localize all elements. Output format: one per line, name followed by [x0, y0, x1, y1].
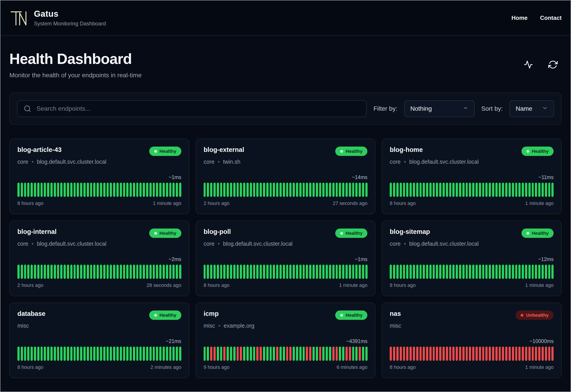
history-bar — [336, 265, 338, 279]
activity-icon[interactable] — [524, 60, 533, 69]
endpoint-card[interactable]: blog-home Healthy core • blog.default.sv… — [382, 139, 562, 214]
history-bar — [246, 347, 249, 361]
endpoint-card[interactable]: database Healthy misc • ~21ms 8 hours ag… — [9, 302, 189, 378]
history-bar — [439, 347, 441, 361]
history-bar — [64, 347, 66, 361]
brand-text: Gatus System Monitoring Dashboard — [34, 9, 106, 27]
history-bar — [336, 183, 338, 197]
nav-link-home[interactable]: Home — [511, 14, 527, 21]
app-tagline: System Monitoring Dashboard — [34, 20, 106, 27]
history-bar — [67, 183, 69, 197]
history-bar — [37, 265, 40, 279]
status-badge: Healthy — [149, 147, 181, 156]
history-bar — [525, 347, 527, 361]
history-bar — [359, 183, 361, 197]
history-bar — [280, 183, 282, 197]
history-bar — [139, 265, 142, 279]
history-bar — [123, 265, 125, 279]
history-bar — [342, 183, 344, 197]
endpoint-card[interactable]: nas Unhealthy misc • ~10000ms 8 hours ag… — [382, 302, 562, 378]
endpoint-card[interactable]: blog-poll Healthy core • blog.default.sv… — [195, 221, 376, 296]
history-bar — [420, 183, 422, 197]
history-bar — [133, 183, 135, 197]
status-label: Unhealthy — [526, 312, 549, 318]
history-bar — [163, 265, 165, 279]
history-bar — [499, 265, 501, 279]
history-bar — [60, 347, 62, 361]
endpoint-card[interactable]: blog-external Healthy core • twin.sh ~14… — [195, 139, 376, 214]
history-bar — [499, 347, 501, 361]
time-range-end: 2 minutes ago — [150, 364, 181, 370]
nav-link-contact[interactable]: Contact — [540, 14, 562, 21]
history-bar — [352, 265, 354, 279]
history-bar — [41, 265, 43, 279]
latency-label: ~4391ms — [204, 338, 368, 344]
gatus-logo-icon — [9, 9, 28, 27]
history-bar — [217, 265, 219, 279]
latency-label: ~1ms — [17, 174, 181, 181]
history-bar — [393, 265, 395, 279]
history-bar — [83, 265, 86, 279]
history-bar — [289, 347, 291, 361]
filter-select[interactable]: Nothing — [404, 100, 475, 117]
history-bar — [133, 265, 135, 279]
history-bar — [263, 347, 265, 361]
status-badge: Healthy — [522, 147, 554, 156]
endpoint-card[interactable]: blog-article-43 Healthy core • blog.defa… — [9, 139, 189, 214]
meta-separator: • — [404, 240, 406, 247]
uptime-history — [204, 265, 368, 279]
history-bar — [522, 347, 524, 361]
status-badge: Healthy — [335, 310, 367, 320]
history-bar — [103, 183, 105, 197]
history-bar — [120, 183, 122, 197]
endpoint-group: core — [390, 240, 401, 247]
page-title: Health Dashboard — [9, 50, 142, 67]
history-bar — [179, 183, 181, 197]
endpoint-card[interactable]: blog-internal Healthy core • blog.defaul… — [9, 221, 189, 296]
history-bar — [207, 265, 209, 279]
history-bar — [27, 265, 30, 279]
history-bar — [57, 265, 59, 279]
history-bar — [446, 265, 448, 279]
history-bar — [77, 347, 79, 361]
history-bar — [456, 265, 458, 279]
history-bar — [276, 183, 278, 197]
history-bar — [443, 265, 445, 279]
history-bar — [113, 183, 115, 197]
history-bar — [207, 183, 209, 197]
history-bar — [153, 183, 155, 197]
endpoint-card[interactable]: blog-sitemap Healthy core • blog.default… — [382, 221, 562, 296]
endpoint-name: icmp — [204, 310, 219, 317]
history-bar — [220, 347, 222, 361]
refresh-icon[interactable] — [548, 60, 558, 69]
history-bar — [313, 347, 315, 361]
history-bar — [256, 265, 258, 279]
history-bar — [179, 347, 181, 361]
history-bar — [403, 265, 405, 279]
history-bar — [163, 347, 165, 361]
history-bar — [452, 347, 455, 361]
history-bar — [266, 183, 269, 197]
endpoint-card[interactable]: icmp Healthy misc • example.org ~4391ms … — [195, 302, 376, 378]
history-bar — [243, 347, 245, 361]
history-bar — [44, 183, 46, 197]
search-input[interactable] — [17, 100, 367, 117]
time-range-end: 27 seconds ago — [333, 200, 367, 206]
history-bar — [280, 347, 282, 361]
history-bar — [41, 183, 43, 197]
history-bar — [146, 183, 148, 197]
history-bar — [433, 265, 435, 279]
history-bar — [240, 183, 242, 197]
endpoint-name: blog-external — [204, 146, 244, 154]
history-bar — [390, 265, 392, 279]
history-bar — [400, 347, 402, 361]
history-bar — [74, 183, 76, 197]
history-bar — [223, 183, 225, 197]
time-range: 8 hours ago 1 minute ago — [204, 282, 368, 288]
history-bar — [299, 347, 301, 361]
history-bar — [332, 265, 335, 279]
sort-select[interactable]: Name — [510, 100, 554, 117]
endpoint-host: example.org — [224, 322, 255, 329]
endpoint-name: nas — [390, 310, 401, 317]
history-bar — [159, 265, 162, 279]
